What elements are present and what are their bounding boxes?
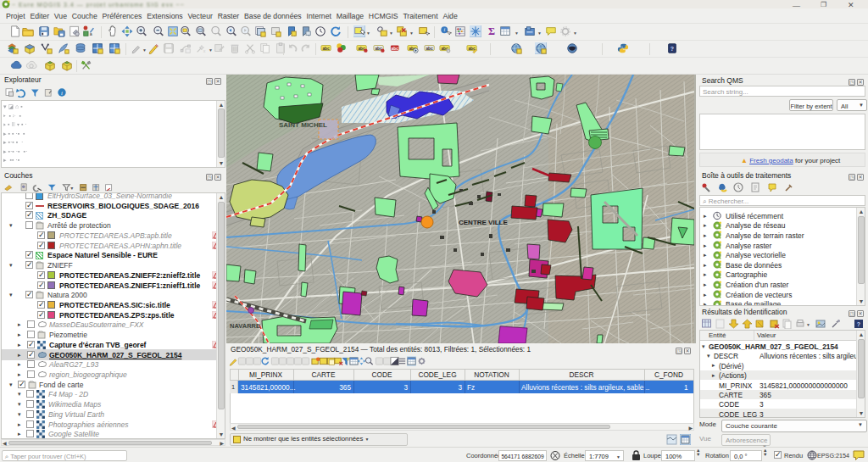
svg-text:SAINT MICHEL: SAINT MICHEL bbox=[279, 121, 327, 129]
svg-text:a: a bbox=[90, 31, 92, 36]
svg-text:Σ: Σ bbox=[488, 25, 495, 37]
svg-text:NAVARRE: NAVARRE bbox=[230, 322, 260, 330]
svg-text:abc: abc bbox=[322, 47, 330, 51]
svg-text:?: ? bbox=[857, 321, 860, 327]
svg-text:i: i bbox=[61, 90, 63, 96]
svg-text:▾: ▾ bbox=[70, 185, 74, 191]
svg-text:i: i bbox=[443, 27, 445, 32]
svg-text:CENTRE VILLE: CENTRE VILLE bbox=[459, 219, 508, 226]
svg-text:?: ? bbox=[670, 46, 674, 52]
svg-text:x: x bbox=[203, 48, 206, 53]
svg-text:abc: abc bbox=[392, 47, 399, 51]
svg-text:abc: abc bbox=[426, 47, 433, 51]
svg-text:abc: abc bbox=[468, 47, 476, 51]
